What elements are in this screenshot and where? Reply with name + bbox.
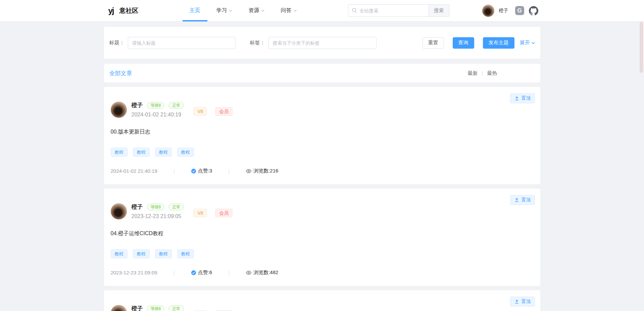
- upload-arrow-icon: [514, 96, 519, 101]
- post-card: 置顶 橙子 等级8 正常 2024-01-02 21:40:19 V8 会员 0…: [104, 87, 540, 184]
- avatar[interactable]: [111, 102, 127, 118]
- avatar[interactable]: [111, 305, 127, 311]
- tag[interactable]: 教程: [155, 249, 172, 258]
- search-icon: [352, 8, 357, 14]
- author-name[interactable]: 橙子: [132, 305, 143, 311]
- brand-logo-icon: yj: [106, 6, 116, 16]
- tag[interactable]: 教程: [133, 249, 150, 258]
- pin-button-label: 置顶: [522, 197, 531, 203]
- eye-icon: [246, 168, 252, 174]
- tag[interactable]: 教程: [177, 249, 194, 258]
- brand-title: 意社区: [119, 6, 139, 15]
- likes-label: 点赞:6: [198, 269, 212, 276]
- post-tags: 教程 教程 教程 教程: [111, 148, 535, 157]
- nav-item-home-label: 主页: [190, 7, 200, 14]
- all-articles-link[interactable]: 全部文章: [109, 69, 132, 77]
- level-badge: 等级8: [147, 102, 165, 109]
- post-title[interactable]: 04.橙子运维CICD教程: [111, 230, 535, 237]
- status-badge: 正常: [168, 305, 184, 311]
- brand[interactable]: yj 意社区: [106, 6, 139, 16]
- upload-arrow-icon: [514, 197, 519, 203]
- filter-panel: 标题： 标签： 重置 查询 发布主题 展开: [104, 27, 540, 59]
- tag[interactable]: 教程: [133, 148, 150, 157]
- nav-item-learn[interactable]: 学习: [211, 0, 238, 21]
- upload-arrow-icon: [514, 299, 519, 304]
- status-badge: 正常: [168, 102, 184, 109]
- check-circle-icon: [191, 168, 196, 174]
- sort-separator: |: [482, 70, 483, 76]
- tag[interactable]: 教程: [111, 148, 128, 157]
- nav-item-learn-label: 学习: [216, 7, 227, 14]
- github-icon[interactable]: [529, 6, 538, 15]
- author-name[interactable]: 橙子: [132, 203, 143, 211]
- main-content: 标题： 标签： 重置 查询 发布主题 展开 全部文章 最新 | 最热: [104, 27, 540, 311]
- scrollbar[interactable]: [639, 0, 644, 311]
- top-navbar: yj 意社区 主页 学习 资源 问答: [0, 0, 644, 21]
- views-label: 浏览数:216: [253, 168, 278, 174]
- main-nav: 主页 学习 资源 问答: [182, 0, 305, 21]
- eye-icon: [246, 270, 252, 276]
- meta-date: 2024-01-02 21:40:19: [111, 168, 157, 174]
- meta-separator: |: [174, 168, 175, 174]
- likes-label: 点赞:3: [198, 168, 212, 174]
- nav-item-qa-label: 问答: [281, 7, 292, 14]
- post-datetime: 2024-01-02 21:40:19: [132, 112, 184, 118]
- post-meta: 2023-12-23 21:09:05 | 点赞:6 | 浏览数:482: [111, 269, 535, 276]
- chevron-down-icon: [531, 41, 535, 45]
- nav-item-home[interactable]: 主页: [185, 0, 205, 21]
- expand-link-label: 展开: [520, 40, 530, 46]
- search-input[interactable]: [348, 4, 429, 17]
- search-button[interactable]: 搜索: [429, 4, 449, 17]
- likes-stat: 点赞:6: [191, 269, 212, 276]
- title-input[interactable]: [128, 37, 236, 49]
- tag[interactable]: 教程: [111, 249, 128, 258]
- publish-topic-button[interactable]: 发布主题: [483, 37, 514, 49]
- views-stat: 浏览数:482: [246, 269, 278, 276]
- chevron-down-icon: [293, 9, 297, 12]
- meta-separator: |: [228, 270, 230, 275]
- views-stat: 浏览数:216: [246, 168, 278, 174]
- chevron-down-icon: [229, 9, 233, 12]
- post-title[interactable]: 00.版本更新日志: [111, 128, 535, 136]
- avatar[interactable]: [111, 203, 127, 219]
- tag-input[interactable]: [268, 37, 377, 49]
- meta-date: 2023-12-23 21:09:05: [111, 270, 157, 275]
- gitee-icon[interactable]: G: [515, 6, 524, 15]
- post-tags: 教程 教程 教程 教程: [111, 249, 535, 258]
- pin-button[interactable]: 置顶: [510, 195, 535, 205]
- vip-badge: V8: [193, 107, 207, 116]
- post-card: 置顶 橙子 等级8 正常 2023-12-16 15:22:38 V8 会员: [104, 290, 540, 311]
- tag[interactable]: 教程: [177, 148, 194, 157]
- tag[interactable]: 教程: [155, 148, 172, 157]
- views-label: 浏览数:482: [253, 269, 278, 276]
- author-name[interactable]: 橙子: [132, 101, 143, 109]
- expand-link[interactable]: 展开: [520, 40, 535, 46]
- likes-stat: 点赞:3: [191, 168, 212, 174]
- pin-button-label: 置顶: [522, 95, 531, 101]
- nav-item-qa[interactable]: 问答: [276, 0, 302, 21]
- nav-item-resources[interactable]: 资源: [244, 0, 270, 21]
- pin-button[interactable]: 置顶: [510, 297, 535, 307]
- post-meta: 2024-01-02 21:40:19 | 点赞:3 | 浏览数:216: [111, 168, 535, 174]
- member-badge: 会员: [215, 209, 233, 217]
- sort-newest[interactable]: 最新: [468, 70, 478, 76]
- nav-item-resources-label: 资源: [249, 7, 259, 14]
- site-search: 搜索: [348, 4, 449, 17]
- check-circle-icon: [191, 270, 196, 275]
- sort-links: 最新 | 最热: [468, 70, 497, 76]
- user-area: 橙子 G: [482, 5, 538, 17]
- tag-field-label: 标签：: [250, 40, 265, 46]
- query-button[interactable]: 查询: [453, 37, 474, 49]
- reset-button[interactable]: 重置: [423, 37, 444, 49]
- sort-hottest[interactable]: 最热: [487, 70, 497, 76]
- level-badge: 等级8: [147, 204, 165, 210]
- avatar[interactable]: [482, 5, 494, 17]
- user-name[interactable]: 橙子: [499, 8, 508, 14]
- pin-button[interactable]: 置顶: [510, 93, 535, 103]
- title-field-label: 标题：: [109, 40, 125, 46]
- post-card: 置顶 橙子 等级8 正常 2023-12-23 21:09:05 V8 会员 0…: [104, 189, 540, 286]
- vip-badge: V8: [193, 209, 207, 217]
- post-datetime: 2023-12-23 21:09:05: [132, 213, 184, 219]
- scrollbar-thumb[interactable]: [640, 22, 643, 73]
- status-badge: 正常: [168, 204, 184, 210]
